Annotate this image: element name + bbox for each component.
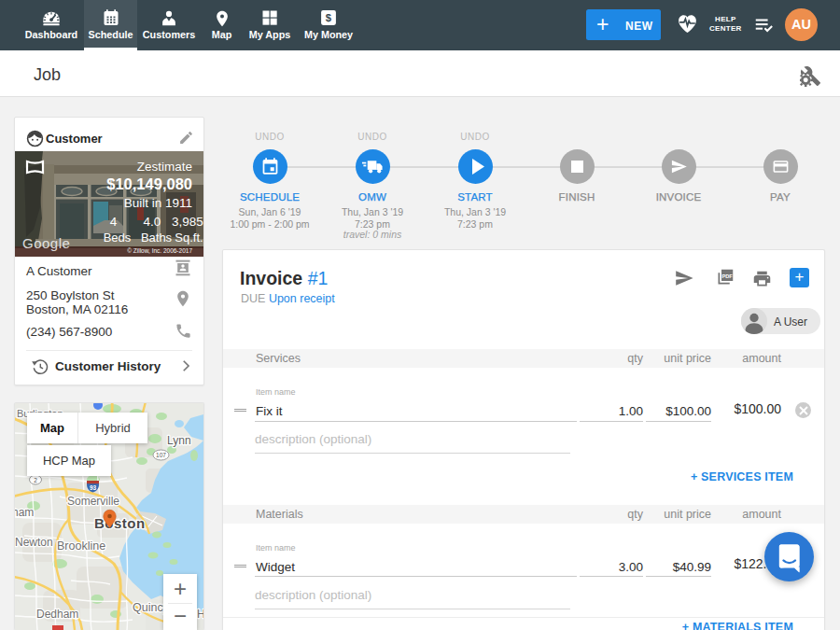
svg-text:Baths: Baths	[141, 231, 173, 245]
svg-text:Newton: Newton	[15, 536, 53, 549]
svg-text:$10,149,080: $10,149,080	[106, 175, 192, 192]
svg-text:$: $	[326, 12, 332, 23]
svg-text:Zestimate: Zestimate	[137, 160, 192, 174]
svg-text:PDF: PDF	[721, 273, 733, 279]
svg-text:107: 107	[156, 452, 166, 458]
svg-text:4: 4	[110, 215, 118, 229]
svg-text:Brookline: Brookline	[57, 539, 105, 553]
svg-text:Dedham: Dedham	[36, 608, 78, 621]
svg-text:2: 2	[34, 477, 37, 483]
svg-text:Lynn: Lynn	[167, 434, 191, 447]
svg-text:Sq.ft.: Sq.ft.	[175, 231, 203, 245]
svg-text:Somerville: Somerville	[67, 495, 119, 508]
svg-text:ham: ham	[15, 506, 34, 519]
svg-text:Boston: Boston	[94, 515, 146, 531]
svg-text:Hi: Hi	[197, 608, 203, 621]
svg-text:Built in 1911: Built in 1911	[124, 196, 192, 210]
svg-text:© Zillow, Inc. 2006-2017: © Zillow, Inc. 2006-2017	[127, 247, 192, 254]
svg-text:3,985: 3,985	[172, 215, 203, 229]
svg-text:Google: Google	[22, 235, 70, 251]
svg-text:Beds: Beds	[104, 231, 132, 245]
svg-text:93: 93	[90, 484, 97, 491]
svg-text:4.0: 4.0	[144, 215, 161, 229]
